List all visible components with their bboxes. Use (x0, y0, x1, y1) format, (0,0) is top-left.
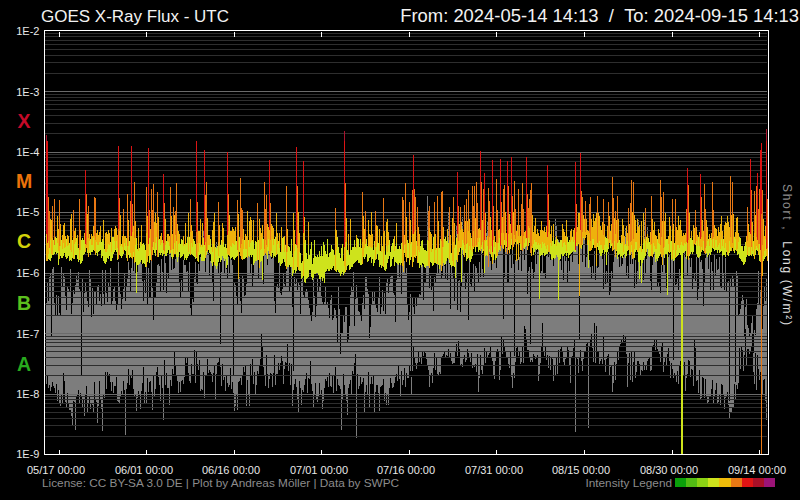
svg-text:06/16 00:00: 06/16 00:00 (202, 464, 260, 476)
svg-text:07/01 00:00: 07/01 00:00 (290, 464, 348, 476)
svg-text:Intensity Legend: Intensity Legend (585, 476, 672, 490)
svg-text:GOES X-Ray Flux - UTC: GOES X-Ray Flux - UTC (41, 7, 229, 26)
svg-text:1E-9: 1E-9 (16, 448, 39, 460)
svg-text:M: M (16, 170, 32, 192)
svg-text:09/14 00:00: 09/14 00:00 (728, 464, 786, 476)
svg-text:1E-6: 1E-6 (16, 267, 39, 279)
svg-text:B: B (17, 292, 31, 314)
svg-text:05/17 00:00: 05/17 00:00 (27, 464, 85, 476)
svg-text:06/01 00:00: 06/01 00:00 (115, 464, 173, 476)
svg-text:1E-7: 1E-7 (16, 328, 39, 340)
svg-text:1E-2: 1E-2 (16, 25, 39, 37)
svg-text:08/30 00:00: 08/30 00:00 (640, 464, 698, 476)
svg-text:08/15 00:00: 08/15 00:00 (552, 464, 610, 476)
svg-text:1E-4: 1E-4 (16, 146, 39, 158)
svg-text:1E-3: 1E-3 (16, 86, 39, 98)
svg-text:From: 2024-05-14 14:13 / To:: From: 2024-05-14 14:13 / To: 2024-09-15 … (400, 5, 799, 26)
svg-text:1E-8: 1E-8 (16, 388, 39, 400)
svg-text:X: X (17, 110, 30, 132)
svg-text:License: CC BY-SA 3.0 DE | Plo: License: CC BY-SA 3.0 DE | Plot by Andre… (42, 476, 400, 490)
svg-text:07/31 00:00: 07/31 00:00 (465, 464, 523, 476)
svg-text:C: C (17, 230, 31, 252)
svg-text:07/16 00:00: 07/16 00:00 (377, 464, 435, 476)
svg-text:Short , Long (W/m²): Short , Long (W/m²) (780, 184, 794, 327)
svg-text:1E-5: 1E-5 (16, 206, 39, 218)
svg-text:A: A (17, 353, 31, 375)
